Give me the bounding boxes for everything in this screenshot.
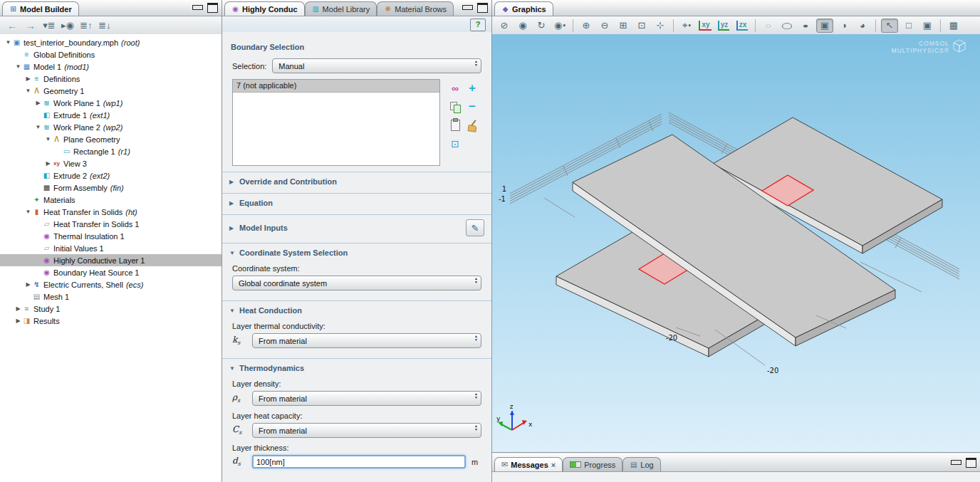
tab-log[interactable]: ▤ Log	[622, 457, 660, 471]
section-header[interactable]: Boundary Selection	[222, 41, 491, 53]
chevron-down-icon[interactable]: ▼	[4, 39, 12, 46]
paste-selection-button[interactable]	[451, 120, 460, 131]
layer-thickness-input[interactable]	[252, 455, 466, 468]
section-header[interactable]: ▶ Equation	[222, 197, 491, 209]
tree-item[interactable]: ≡Global Definitions	[0, 48, 221, 61]
selection-dropdown[interactable]: Manual ▲▼	[272, 58, 481, 73]
tree-item[interactable]: ▶≋Work Plane 1(wp1)	[0, 97, 221, 109]
transparency-button[interactable]: ⊘	[496, 19, 512, 32]
tab-model-library[interactable]: ▥ Model Library	[305, 1, 377, 16]
tree-item[interactable]: ▶xyView 3	[0, 157, 221, 169]
tree-item[interactable]: ▼ΛPlane Geometry	[0, 133, 221, 145]
minimize-button[interactable]	[462, 5, 473, 10]
tree-item[interactable]: ✦Materials	[0, 194, 221, 206]
tree-item[interactable]: ▼≋Work Plane 2(wp2)	[0, 121, 221, 133]
chevron-down-icon[interactable]: ▼	[34, 124, 42, 130]
back-button[interactable]: ←	[4, 19, 20, 32]
select-add-mode-button[interactable]: ◕	[855, 19, 870, 32]
create-selection-button[interactable]: ∞	[449, 82, 462, 95]
maximize-button[interactable]	[477, 3, 488, 13]
chevron-down-icon[interactable]: ▼	[44, 136, 52, 142]
chevron-down-icon[interactable]: ▼	[24, 209, 32, 215]
section-header[interactable]: ▶ Model Inputs ✎	[222, 219, 491, 237]
scene-light-ellipse-button[interactable]: ◯	[779, 19, 795, 32]
snapshot-camera-button[interactable]: ▦	[946, 19, 961, 32]
boundary-list[interactable]: 7 (not applicable)	[232, 79, 440, 166]
tree-item[interactable]: ▶≡Definitions	[0, 73, 221, 85]
select-box-mode-button[interactable]: ▣	[816, 19, 833, 33]
section-header[interactable]: ▼ Coordinate System Selection	[222, 247, 491, 258]
graphics-viewport[interactable]: 1 -1 -20 -20 COMSOL MULTIPHYSICS®	[492, 34, 980, 453]
tree-item[interactable]: ▶↯Electric Currents, Shell(ecs)	[0, 278, 221, 290]
tree-item[interactable]: ▤Mesh 1	[0, 290, 221, 303]
visibility-eye-button[interactable]: ◉	[515, 19, 531, 32]
chevron-down-icon[interactable]: ▼	[14, 63, 22, 70]
copy-selection-button[interactable]	[450, 102, 461, 112]
edit-model-inputs-button[interactable]: ✎	[466, 219, 484, 236]
tree-item[interactable]: ▼▦Model 1(mod1)	[0, 61, 221, 73]
help-icon[interactable]: ?	[470, 19, 486, 31]
view-zx-button[interactable]: zx	[734, 19, 750, 32]
tree-item[interactable]: ▼ΛGeometry 1	[0, 85, 221, 97]
tab-graphics[interactable]: ◆ Graphics	[494, 1, 553, 16]
tree-item[interactable]: ▶≈Study 1	[0, 303, 221, 315]
section-header[interactable]: ▼ Thermodynamics	[222, 362, 491, 374]
go-to-default-view-button[interactable]: ⌖▾	[679, 19, 694, 32]
tab-model-builder[interactable]: ⊞ Model Builder	[2, 1, 79, 16]
chevron-right-icon[interactable]: ▶	[34, 100, 42, 106]
zoom-box-button[interactable]: ⊞	[615, 19, 631, 32]
chevron-right-icon[interactable]: ▶	[44, 160, 52, 167]
select-pointer-button[interactable]: ↖	[881, 19, 898, 33]
view-options-button[interactable]: ◉▾	[552, 19, 568, 32]
tree-item[interactable]: ◉Highly Conductive Layer 1	[0, 254, 221, 266]
tree-item[interactable]: ◧Extrude 2(ext2)	[0, 169, 221, 182]
zoom-out-button[interactable]: ⊖	[597, 19, 612, 32]
chevron-down-icon[interactable]: ▼	[24, 88, 32, 94]
scene-dashed-ellipse-button[interactable]: ◌	[761, 19, 776, 32]
tab-material-browser[interactable]: ❋ Material Brows	[377, 1, 454, 16]
chevron-right-icon[interactable]: ▶	[14, 318, 22, 324]
section-header[interactable]: ▼ Heat Conduction	[222, 305, 491, 316]
chevron-right-icon[interactable]: ▶	[24, 281, 32, 288]
layer-density-dropdown[interactable]: From material ▲▼	[252, 391, 481, 406]
tree-item[interactable]: ▼▮Heat Transfer in Solids(ht)	[0, 206, 221, 218]
zoom-in-button[interactable]: ⊕	[578, 19, 594, 32]
heat-capacity-dropdown[interactable]: From material ▲▼	[252, 423, 481, 438]
forward-button[interactable]: →	[23, 19, 38, 32]
tab-progress[interactable]: Progress	[563, 457, 622, 471]
show-button[interactable]: ▸◉	[60, 19, 75, 32]
zoom-selected-button[interactable]: ⊡	[634, 19, 650, 32]
boundary-list-item[interactable]: 7 (not applicable)	[233, 80, 439, 93]
add-to-selection-button[interactable]: +	[466, 82, 479, 95]
tab-highly-conductive[interactable]: ◉ Highly Conduc	[224, 1, 305, 16]
tree-item[interactable]: ◧Extrude 1(ext1)	[0, 109, 221, 121]
minimize-button[interactable]	[192, 5, 203, 10]
tab-messages[interactable]: ✉ Messages ×	[494, 457, 563, 471]
scene-dark-ellipse-button[interactable]: ●	[798, 19, 813, 32]
chevron-right-icon[interactable]: ▶	[24, 75, 32, 82]
show-box-button[interactable]: □	[901, 19, 917, 32]
section-header[interactable]: ▶ Override and Contribution	[222, 176, 491, 187]
view-yz-button[interactable]: yz	[716, 19, 731, 32]
coordinate-system-dropdown[interactable]: Global coordinate system ▲▼	[232, 276, 481, 290]
show-wireframe-box-button[interactable]: ▣	[919, 19, 935, 32]
close-icon[interactable]: ×	[551, 461, 556, 469]
view-xy-button[interactable]: xy	[697, 19, 713, 32]
chevron-right-icon[interactable]: ▶	[14, 305, 22, 312]
maximize-button[interactable]	[966, 458, 976, 468]
tree-item[interactable]: ◉Thermal Insulation 1	[0, 230, 221, 242]
tree-item[interactable]: ▭Rectangle 1(r1)	[0, 145, 221, 157]
minimize-button[interactable]	[951, 460, 961, 465]
tree-item[interactable]: ▶◨Results	[0, 315, 221, 327]
refresh-view-button[interactable]: ↻	[533, 19, 549, 32]
tree-item[interactable]: ▱Heat Transfer in Solids 1	[0, 218, 221, 230]
clear-selection-button[interactable]	[467, 120, 477, 131]
tree-item[interactable]: ▩Form Assembly(fin)	[0, 182, 221, 194]
select-sphere-mode-button[interactable]: ◑	[836, 19, 852, 32]
thermal-conductivity-dropdown[interactable]: From material ▲▼	[252, 333, 481, 348]
move-up-button[interactable]: ≣↑	[78, 19, 94, 32]
move-down-button[interactable]: ≣↓	[97, 19, 113, 32]
tree-item[interactable]: ▱Initial Values 1	[0, 242, 221, 254]
collapse-all-button[interactable]: ▾≣	[41, 19, 57, 32]
zoom-extents-button[interactable]: ⊹	[652, 19, 668, 32]
